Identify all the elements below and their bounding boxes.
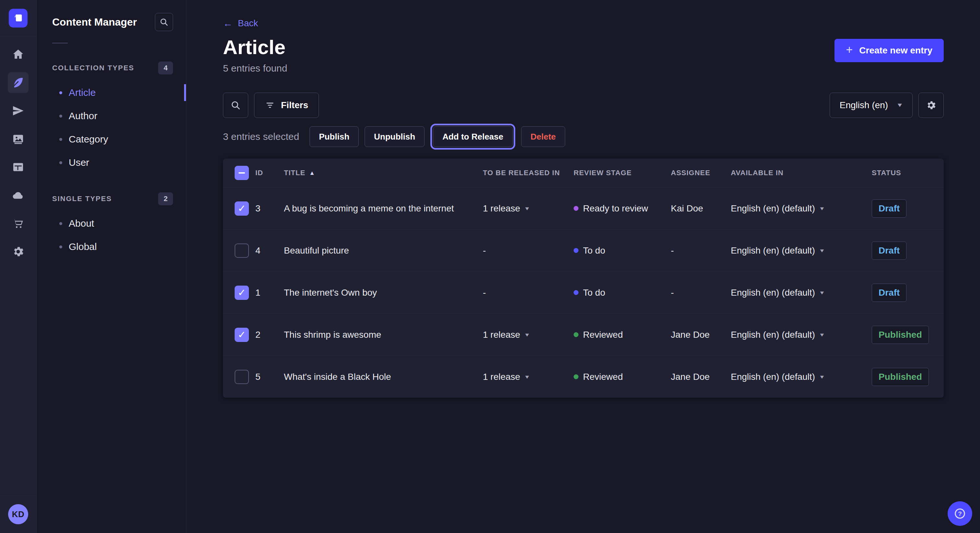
row-checkbox[interactable]: ✓ — [235, 244, 249, 258]
filter-icon — [265, 100, 275, 110]
content-manager-feather-icon[interactable] — [8, 72, 29, 93]
entry-title: Beautiful picture — [284, 246, 483, 256]
user-avatar[interactable]: KD — [8, 504, 28, 524]
entry-review-stage: Reviewed — [574, 330, 671, 340]
entry-id: 3 — [255, 203, 284, 214]
sidebar-item-author[interactable]: Author — [37, 104, 186, 128]
subnav-search-button[interactable] — [155, 13, 173, 31]
sidebar-item-label: Global — [69, 241, 97, 252]
selection-summary: 3 entries selected — [223, 131, 299, 142]
back-arrow-icon: ← — [223, 19, 233, 28]
sidebar-item-category[interactable]: Category — [37, 128, 186, 151]
locale-label: English (en) (default) — [731, 372, 815, 382]
entry-release-dropdown[interactable]: - ▼ — [483, 246, 574, 256]
entry-release-dropdown[interactable]: - ▼ — [483, 287, 574, 298]
bullet-icon — [59, 91, 62, 94]
locale-label: English (en) (default) — [731, 330, 815, 340]
chevron-down-icon: ▼ — [896, 102, 904, 108]
entry-release-dropdown[interactable]: 1 release ▼ — [483, 203, 574, 214]
deploy-cloud-icon[interactable] — [8, 185, 29, 206]
entry-id: 5 — [255, 372, 284, 382]
column-header-title[interactable]: TITLE ▲ — [284, 169, 483, 177]
sidebar-item-label: Category — [69, 134, 108, 145]
sidebar-item-label: Article — [69, 87, 95, 98]
select-all-checkbox[interactable] — [235, 166, 249, 180]
sidebar-item-label: User — [69, 157, 89, 168]
settings-gear-icon[interactable] — [8, 241, 29, 262]
entry-assignee: - — [671, 246, 731, 256]
media-library-images-icon[interactable] — [8, 128, 29, 149]
sidebar-item-user[interactable]: User — [37, 151, 186, 174]
bullet-icon — [59, 115, 62, 117]
entry-locale-dropdown[interactable]: English (en) (default) ▼ — [731, 246, 872, 256]
delete-button[interactable]: Delete — [521, 126, 565, 147]
main-content: ← Back Article 5 entries found + Create … — [186, 0, 980, 533]
sidebar-item-article[interactable]: Article — [37, 81, 186, 104]
sidebar-item-label: About — [69, 218, 94, 229]
unpublish-button[interactable]: Unpublish — [364, 126, 425, 147]
stage-dot-icon — [574, 248, 579, 253]
entry-release-dropdown[interactable]: 1 release ▼ — [483, 330, 574, 340]
section-label: SINGLE TYPES — [52, 195, 112, 203]
entry-locale-dropdown[interactable]: English (en) (default) ▼ — [731, 287, 872, 298]
locale-label: English (en) (default) — [731, 287, 815, 298]
chevron-down-icon: ▼ — [819, 332, 825, 338]
sort-ascending-icon: ▲ — [309, 170, 315, 176]
table-row: ✓ 4 Beautiful picture - ▼ To do - Englis… — [223, 229, 944, 271]
help-button[interactable]: ? — [948, 501, 972, 526]
filters-label: Filters — [281, 100, 308, 110]
row-checkbox[interactable]: ✓ — [235, 370, 249, 384]
add-to-release-button[interactable]: Add to Release — [433, 126, 513, 147]
chevron-down-icon: ▼ — [819, 248, 825, 253]
marketplace-cart-icon[interactable] — [8, 213, 29, 234]
chevron-down-icon: ▼ — [524, 332, 530, 338]
entry-release-dropdown[interactable]: 1 release ▼ — [483, 372, 574, 382]
indeterminate-dash-icon — [239, 172, 245, 174]
release-count: 1 release — [483, 330, 520, 340]
entry-locale-dropdown[interactable]: English (en) (default) ▼ — [731, 372, 872, 382]
releases-paper-plane-icon[interactable] — [8, 100, 29, 121]
subnav-title: Content Manager — [52, 16, 137, 28]
column-header-title-label: TITLE — [284, 169, 305, 177]
sidebar-item-global[interactable]: Global — [37, 235, 186, 259]
check-icon: ✓ — [237, 204, 246, 213]
check-icon: ✓ — [237, 288, 246, 298]
home-icon[interactable] — [8, 44, 29, 65]
content-type-builder-icon[interactable] — [8, 157, 29, 178]
entry-locale-dropdown[interactable]: English (en) (default) ▼ — [731, 203, 872, 214]
strapi-logo[interactable] — [9, 9, 27, 27]
entry-id: 4 — [255, 246, 284, 256]
locale-select[interactable]: English (en) ▼ — [830, 93, 913, 118]
entry-locale-dropdown[interactable]: English (en) (default) ▼ — [731, 330, 872, 340]
search-button[interactable] — [223, 93, 248, 118]
sidebar-item-about[interactable]: About — [37, 212, 186, 235]
entry-id: 2 — [255, 330, 284, 340]
bullet-icon — [59, 246, 62, 248]
entry-id: 1 — [255, 287, 284, 298]
stage-dot-icon — [574, 332, 579, 337]
publish-button[interactable]: Publish — [310, 126, 359, 147]
table-row: ✓ 1 The internet's Own boy - ▼ To do - E… — [223, 271, 944, 314]
table-body: ✓ 3 A bug is becoming a meme on the inte… — [223, 187, 944, 398]
locale-label: English (en) (default) — [731, 246, 815, 256]
entry-review-stage: To do — [574, 287, 671, 298]
row-checkbox[interactable]: ✓ — [235, 286, 249, 300]
row-checkbox[interactable]: ✓ — [235, 201, 249, 216]
entries-table: ID TITLE ▲ TO BE RELEASED IN REVIEW STAG… — [223, 159, 944, 398]
app-window: KD Content Manager COLLECTION TYPES 4 Ar… — [0, 0, 980, 533]
column-header-released: TO BE RELEASED IN — [483, 169, 574, 177]
stage-label: Reviewed — [583, 372, 623, 382]
section-label: COLLECTION TYPES — [52, 64, 134, 72]
row-checkbox[interactable]: ✓ — [235, 328, 249, 342]
bullet-icon — [59, 138, 62, 141]
bullet-icon — [59, 161, 62, 164]
back-link[interactable]: ← Back — [223, 18, 258, 29]
list-settings-button[interactable] — [918, 93, 944, 118]
create-new-entry-button[interactable]: + Create new entry — [835, 39, 944, 62]
stage-dot-icon — [574, 374, 579, 379]
column-header-assignee: ASSIGNEE — [671, 169, 731, 177]
stage-label: Ready to review — [583, 203, 648, 214]
status-badge: Published — [872, 326, 929, 344]
entry-review-stage: Ready to review — [574, 203, 671, 214]
filters-button[interactable]: Filters — [254, 93, 319, 118]
